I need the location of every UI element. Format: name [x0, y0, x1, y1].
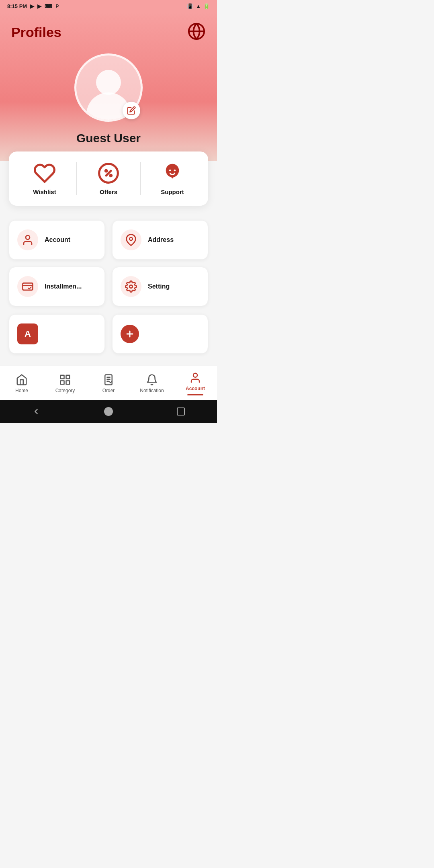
- nav-account[interactable]: Account: [174, 372, 217, 395]
- language-button[interactable]: [187, 22, 206, 42]
- recents-button[interactable]: [175, 406, 186, 417]
- address-label: Address: [148, 236, 174, 244]
- avatar-head: [96, 70, 121, 95]
- address-icon-wrapper: [121, 229, 141, 250]
- address-menu-item[interactable]: Address: [112, 220, 208, 260]
- svg-point-5: [110, 175, 112, 176]
- page-title: Profiles: [11, 25, 61, 40]
- faq-icon-wrapper: A: [17, 323, 38, 344]
- installment-icon-wrapper: [17, 276, 38, 297]
- time-display: 8:15 PM: [7, 3, 27, 9]
- nav-home-label: Home: [15, 388, 28, 393]
- android-nav: [0, 400, 217, 423]
- nav-category[interactable]: Category: [43, 374, 87, 393]
- wishlist-button[interactable]: Wishlist: [13, 162, 77, 195]
- nav-active-indicator: [187, 394, 203, 395]
- avatar-container: [74, 53, 143, 122]
- status-right: 📳 ▲ 🔋: [187, 3, 210, 9]
- svg-point-8: [174, 170, 176, 172]
- account-icon-wrapper: [17, 229, 38, 250]
- partial-menu-row: A: [0, 314, 217, 362]
- parking-icon: P: [55, 4, 59, 9]
- nav-account-label: Account: [186, 386, 205, 391]
- youtube-icon: ▶: [30, 3, 34, 9]
- offers-label: Offers: [100, 188, 117, 195]
- account-menu-item[interactable]: Account: [9, 220, 105, 260]
- youtube2-icon: ▶: [37, 3, 41, 9]
- wishlist-label: Wishlist: [33, 188, 56, 195]
- hero-section: Profiles Guest User: [0, 12, 217, 161]
- svg-point-13: [129, 285, 133, 288]
- offers-button[interactable]: Offers: [77, 162, 141, 195]
- edit-avatar-button[interactable]: [123, 102, 140, 119]
- svg-rect-11: [23, 283, 33, 290]
- svg-rect-18: [61, 381, 64, 385]
- menu-grid: Account Address Installmen...: [0, 206, 217, 314]
- setting-label: Setting: [148, 283, 170, 290]
- status-left: 8:15 PM ▶ ▶ ⌨ P: [7, 3, 59, 9]
- support-button[interactable]: Support: [141, 162, 204, 195]
- hero-top-row: Profiles: [11, 22, 206, 42]
- installment-menu-item[interactable]: Installmen...: [9, 267, 105, 306]
- back-button[interactable]: [31, 406, 42, 417]
- svg-point-9: [26, 235, 30, 240]
- setting-icon-wrapper: [121, 276, 141, 297]
- nav-notification-label: Notification: [140, 388, 164, 393]
- svg-rect-16: [61, 375, 64, 379]
- nav-order-label: Order: [102, 388, 115, 393]
- plus-icon-wrapper: [121, 325, 139, 343]
- keyboard-icon: ⌨: [45, 3, 52, 9]
- action-cards: Wishlist Offers Support: [9, 151, 208, 206]
- account-label: Account: [45, 236, 70, 244]
- nav-home[interactable]: Home: [0, 374, 43, 393]
- svg-point-24: [193, 373, 197, 377]
- nav-category-label: Category: [55, 388, 75, 393]
- setting-menu-item[interactable]: Setting: [112, 267, 208, 306]
- svg-point-7: [169, 170, 171, 172]
- nav-order[interactable]: Order: [87, 374, 130, 393]
- bottom-nav: Home Category Order Notification: [0, 366, 217, 400]
- support-label: Support: [161, 188, 184, 195]
- user-name: Guest User: [76, 131, 141, 145]
- nav-notification[interactable]: Notification: [130, 374, 174, 393]
- faq-icon: A: [25, 329, 31, 339]
- svg-rect-19: [66, 381, 70, 385]
- battery-icon: 🔋: [203, 3, 210, 9]
- svg-point-4: [105, 170, 107, 172]
- svg-point-10: [129, 237, 133, 241]
- wifi-icon: ▲: [196, 3, 201, 9]
- faq-menu-item[interactable]: A: [9, 314, 105, 354]
- home-button[interactable]: [103, 406, 114, 417]
- partial-menu-item-2[interactable]: [112, 314, 208, 354]
- svg-rect-17: [66, 375, 70, 379]
- status-bar: 8:15 PM ▶ ▶ ⌨ P 📳 ▲ 🔋: [0, 0, 217, 12]
- vibrate-icon: 📳: [187, 3, 193, 9]
- installment-label: Installmen...: [45, 283, 82, 290]
